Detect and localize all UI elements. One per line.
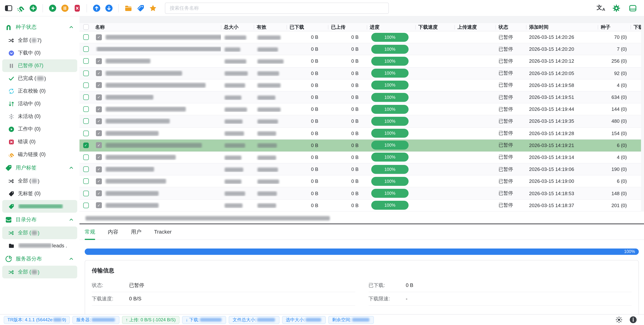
favorites-icon[interactable] xyxy=(148,2,158,14)
row-checkbox[interactable] xyxy=(83,154,88,160)
sidebar-item[interactable]: 已完成 () xyxy=(2,72,77,85)
sidebar-item[interactable]: 全部 () xyxy=(2,175,77,187)
sidebar-item[interactable]: 工作中 (0) xyxy=(2,123,77,136)
table-row[interactable]: 0 B0 B100%已暂停2026-03-15 14:20:207 (0) xyxy=(80,43,644,55)
redacted-size-cell xyxy=(254,34,286,40)
settings-gear-icon[interactable] xyxy=(611,2,622,14)
sidebar-item[interactable]: 正在校验 (0) xyxy=(2,85,77,98)
detail-tab-用户[interactable]: 用户 xyxy=(131,229,142,240)
table-row[interactable]: ✓0 B0 B100%已暂停2026-03-15 14:20:12256 (0) xyxy=(80,56,644,67)
table-row[interactable]: ✓0 B0 B100%已暂停2026-03-15 14:19:35480 (0) xyxy=(80,116,644,128)
sidebar-item[interactable]: 未活动 (0) xyxy=(2,110,77,123)
row-checkbox[interactable] xyxy=(83,46,88,52)
col-header-up_speed[interactable]: 上传速度 xyxy=(454,24,496,30)
detail-tab-内容[interactable]: 内容 xyxy=(108,229,118,240)
col-header-size[interactable]: 总大小 xyxy=(221,24,254,30)
sidebar-item[interactable] xyxy=(2,200,77,213)
row-checkbox[interactable] xyxy=(83,70,88,76)
row-checkbox[interactable] xyxy=(83,202,88,208)
pause-button-icon[interactable] xyxy=(59,2,70,14)
sidebar-section-torrent-status[interactable]: 种子状态 xyxy=(0,20,80,34)
language-icon[interactable]: 文A xyxy=(596,4,605,12)
sidebar-section-directory-distribution[interactable]: 目录分布 xyxy=(0,213,80,226)
table-row[interactable]: ✓0 B0 B100%已暂停2026-03-15 14:19:06190 (0) xyxy=(80,164,644,175)
row-checkbox[interactable] xyxy=(83,58,88,64)
start-button-icon[interactable] xyxy=(47,2,58,14)
col-header-downloaded[interactable]: 已下载 xyxy=(286,24,328,30)
queue-down-icon[interactable] xyxy=(103,2,114,14)
sidebar-item[interactable]: 下载中 (0) xyxy=(2,47,77,59)
sidebar-item[interactable]: leads . xyxy=(2,239,77,252)
search-input[interactable] xyxy=(165,2,389,14)
queue-up-icon[interactable] xyxy=(91,2,102,14)
row-checkbox[interactable] xyxy=(83,34,88,40)
magnet-icon xyxy=(5,23,12,31)
set-location-icon[interactable] xyxy=(123,2,134,14)
sidebar-toggle-icon[interactable] xyxy=(3,2,14,14)
set-labels-icon[interactable] xyxy=(135,2,146,14)
about-info-icon[interactable] xyxy=(629,316,637,324)
redacted-size-cell xyxy=(254,118,286,124)
chevron-up-icon[interactable] xyxy=(68,216,74,222)
theme-toggle-icon[interactable] xyxy=(615,316,623,324)
sidebar-item[interactable]: 全部 (7) xyxy=(2,34,77,47)
row-checkbox[interactable]: ✓ xyxy=(83,142,88,148)
row-checkbox[interactable] xyxy=(83,82,88,88)
col-header-valid[interactable]: 有效 xyxy=(254,24,286,30)
table-row[interactable]: ✓0 B0 B100%已暂停2026-03-15 14:18:37201 (0) xyxy=(80,200,644,212)
redacted-text xyxy=(224,35,246,40)
table-row[interactable]: ✓0 B0 B100%已暂停2026-03-15 14:19:144 (0) xyxy=(80,152,644,164)
table-row[interactable]: ✓0 B0 B100%已暂停2026-03-15 14:19:584 (0) xyxy=(80,80,644,92)
redacted-torrent-name xyxy=(106,95,153,100)
detail-tab-常规[interactable]: 常规 xyxy=(85,229,95,240)
row-checkbox[interactable] xyxy=(83,190,88,196)
row-checkbox[interactable] xyxy=(83,118,88,124)
redacted-torrent-name xyxy=(106,107,186,112)
table-scrollbar[interactable] xyxy=(641,23,644,212)
table-row[interactable]: ✓0 B0 B100%已暂停2026-03-15 14:19:44144 (0) xyxy=(80,103,644,115)
row-checkbox[interactable] xyxy=(83,106,88,112)
col-header-seeds[interactable]: 种子 xyxy=(598,24,630,30)
select-all-checkbox[interactable] xyxy=(83,24,88,30)
col-header-dl_speed[interactable]: 下载速度 xyxy=(415,24,454,30)
sidebar-section-user-labels[interactable]: 用户标签 xyxy=(0,161,80,175)
table-row[interactable]: ✓0 B0 B100%已暂停2026-03-15 14:19:28154 (0) xyxy=(80,128,644,139)
table-row[interactable]: ✓0 B0 B100%已暂停2026-03-15 14:18:53148 (0) xyxy=(80,188,644,200)
sidebar-item[interactable]: 活动中 (0) xyxy=(2,98,77,110)
row-checkbox[interactable] xyxy=(83,178,88,184)
table-row[interactable]: ✓0 B0 B100%已暂停2026-03-15 14:19:006 (0) xyxy=(80,176,644,188)
col-header-added[interactable]: 添加时间 xyxy=(526,24,598,30)
add-torrent-icon[interactable] xyxy=(28,2,38,14)
table-row[interactable]: ✓0 B0 B100%已暂停2026-03-15 14:20:0592 (0) xyxy=(80,67,644,79)
select-all-cell[interactable] xyxy=(80,24,92,30)
col-header-uploaded[interactable]: 已上传 xyxy=(328,24,367,30)
chevron-up-icon[interactable] xyxy=(68,165,74,171)
row-checkbox[interactable] xyxy=(83,130,88,136)
row-checkbox[interactable] xyxy=(83,94,88,100)
col-header-name[interactable]: 名称 xyxy=(92,24,221,30)
col-header-status[interactable]: 状态 xyxy=(496,24,526,30)
table-row[interactable]: ✓✓0 B0 B100%已暂停2026-03-15 14:19:216 (0) xyxy=(80,139,644,151)
col-header-progress[interactable]: 进度 xyxy=(367,24,415,30)
table-row[interactable]: ✓0 B0 B100%已暂停2026-03-15 14:20:2670 (0) xyxy=(80,31,644,43)
detail-tab-Tracker[interactable]: Tracker xyxy=(154,229,172,240)
chevron-up-icon[interactable] xyxy=(68,256,74,262)
status-cell: 已暂停 xyxy=(496,178,526,185)
redacted-size-cell xyxy=(254,70,286,76)
chevron-up-icon[interactable] xyxy=(68,24,74,30)
status-cell: 已暂停 xyxy=(496,130,526,136)
sidebar-section-server-distribution[interactable]: 服务器分布 xyxy=(0,252,80,266)
table-top-band xyxy=(80,16,644,23)
detail-panel-toggle-icon[interactable] xyxy=(627,2,638,14)
sidebar-item[interactable]: 无标签 (0) xyxy=(2,187,77,200)
delete-button-icon[interactable] xyxy=(72,2,82,14)
sidebar-item[interactable]: 全部 () xyxy=(2,226,77,239)
row-checkbox[interactable] xyxy=(83,166,88,172)
sidebar-item[interactable]: 已暂停 (67) xyxy=(2,59,77,72)
sidebar-item[interactable]: 错误 (0) xyxy=(2,136,77,148)
table-row[interactable]: ✓0 B0 B100%已暂停2026-03-15 14:19:51634 (0) xyxy=(80,92,644,103)
redacted-text xyxy=(92,318,115,322)
sidebar-item[interactable]: 全部 () xyxy=(2,266,77,278)
sidebar-item[interactable]: 磁力链接 (0) xyxy=(2,148,77,161)
add-magnet-icon[interactable] xyxy=(15,2,26,14)
